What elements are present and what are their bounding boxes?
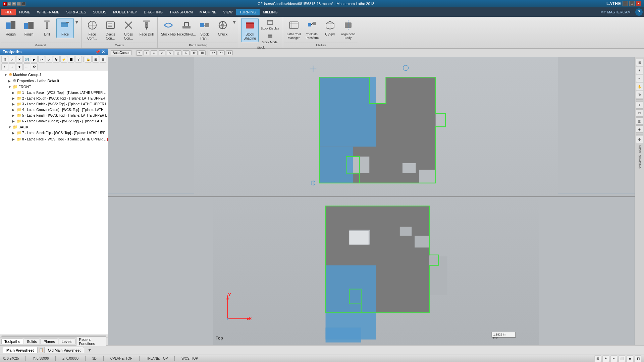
viewport[interactable]: AutoCursor ⌖ ↕ ⊙ ◁ ▷ △ ▽ ⊛ ⊞ ↩ ↪ ⊡ (108, 49, 644, 345)
tp-postprocess-button[interactable]: G (53, 56, 60, 63)
vp-btn-12[interactable]: ⊡ (226, 50, 233, 55)
rt-zoom-fit-button[interactable]: ⊞ (636, 59, 643, 66)
maximize-button[interactable]: □ (629, 1, 635, 6)
tp-extra-button[interactable]: ⚙ (31, 63, 38, 70)
rt-settings-button[interactable]: ⚙ (636, 136, 643, 143)
face-drill-button[interactable]: Face Drill (138, 18, 155, 38)
tp-backplot-button[interactable]: ⊳ (38, 56, 45, 63)
panel-tab-planes[interactable]: Planes (41, 339, 58, 344)
tab-add-button[interactable]: ▼ (86, 347, 94, 353)
menu-item-drafting[interactable]: DRAFTING (141, 9, 166, 15)
my-mastercam-button[interactable]: MY MASTERCAM (597, 9, 634, 15)
menu-item-transform[interactable]: TRANSFORM (166, 9, 196, 15)
viewport-bottom[interactable]: Y X Top 1.1825 in Inch (108, 197, 644, 346)
tab-main-viewsheet[interactable]: Main Viewsheet (3, 347, 38, 353)
rt-view-iso-button[interactable]: ◈ (636, 125, 643, 133)
panel-tab-toolpaths[interactable]: Toolpaths (1, 339, 23, 344)
status-zoom-in-button[interactable]: + (602, 355, 609, 362)
rt-view-front-button[interactable]: □ (636, 109, 643, 117)
tree-machine-group[interactable]: ▼ ⚙ Machine Group-1 (0, 72, 108, 78)
status-wireframe-button[interactable]: ⬜ (619, 355, 625, 362)
autocursor-button[interactable]: AutoCursor (111, 50, 132, 55)
rt-pan-button[interactable]: ✋ (636, 83, 643, 90)
stock-flip-button[interactable]: Stock Flip (160, 18, 177, 38)
vp-btn-7[interactable]: ▽ (183, 50, 190, 55)
tree-op-4[interactable]: ▶ 📁 4 - Lathe Groove (Chain) - [WCS: Top… (0, 107, 108, 113)
tree-op-8[interactable]: ▶ 📁 8 - Lathe Face - [WCS: Top] - [Tplan… (0, 136, 108, 142)
status-zoom-fit-button[interactable]: ⊞ (594, 355, 601, 362)
menu-item-machine[interactable]: MACHINE (196, 9, 220, 15)
tp-simulate-button[interactable]: ▷ (46, 56, 52, 63)
face-cont-button[interactable]: Face Cont... (84, 18, 101, 42)
rt-zoom-in-button[interactable]: + (636, 67, 643, 74)
rt-zoom-out-button[interactable]: − (636, 75, 643, 82)
tp-op-manager-button[interactable]: ☰ (68, 56, 74, 63)
tree-op-7[interactable]: ▶ 📁 7 - Lathe Stock Flip - [WCS: Top] - … (0, 130, 108, 136)
stock-model-button[interactable]: Stock Model (259, 32, 281, 45)
chuck-button[interactable]: Chuck (214, 18, 231, 38)
vp-btn-2[interactable]: ↕ (144, 50, 149, 55)
tp-filter-button[interactable]: ▼ (16, 63, 23, 70)
panel-tab-levels[interactable]: Levels (59, 339, 75, 344)
menu-item-file[interactable]: FILE (1, 9, 16, 15)
toolpath-transform-button[interactable]: Toolpath Transform (303, 18, 321, 42)
tp-more-button[interactable]: … (23, 63, 30, 70)
help-button[interactable]: ? (635, 8, 643, 16)
menu-item-model-prep[interactable]: MODEL PREP (110, 9, 141, 15)
cview-button[interactable]: CView (321, 18, 339, 38)
vp-btn-5[interactable]: ▷ (167, 50, 173, 55)
panel-tab-recent-functions[interactable]: Recent Functions (76, 337, 107, 346)
drill-button[interactable]: Drill (38, 18, 56, 38)
part-handling-expand-arrow[interactable]: ▼ (232, 18, 237, 25)
tree-op-2[interactable]: ▶ 📁 2 - Lathe Rough - [WCS: Top] - [Tpla… (0, 96, 108, 101)
finish-button[interactable]: Finish (20, 18, 38, 38)
menu-item-view[interactable]: VIEW (220, 9, 236, 15)
vp-btn-8[interactable]: ⊛ (191, 50, 198, 55)
tp-expand-button[interactable]: ⊞ (92, 56, 99, 63)
vp-btn-11[interactable]: ↪ (218, 50, 225, 55)
panel-tab-solids[interactable]: Solids (24, 339, 40, 344)
rt-rotate-button[interactable]: ↻ (636, 91, 643, 98)
tp-verify-button[interactable]: ▶ (31, 56, 38, 63)
tp-collapse-button[interactable]: ⊟ (100, 56, 106, 63)
viewport-top[interactable] (108, 57, 644, 197)
rt-view-side-button[interactable]: ◫ (636, 117, 643, 125)
menu-item-surfaces[interactable]: SURFACES (63, 9, 89, 15)
tp-help-button[interactable]: ? (75, 56, 82, 63)
vp-btn-10[interactable]: ↩ (210, 50, 217, 55)
status-shade-button[interactable]: ■ (627, 355, 633, 362)
align-solid-body-button[interactable]: Align Solid Body (339, 18, 357, 42)
menu-item-milling[interactable]: MILLING (260, 9, 281, 15)
stock-tran-button[interactable]: Stock Tran... (196, 18, 213, 42)
tree-op-6[interactable]: ▶ 📁 6 - Lathe Groove (Chain) - [WCS: Top… (0, 118, 108, 124)
minimize-button[interactable]: ─ (623, 1, 628, 6)
menu-item-solids[interactable]: SOLIDS (90, 9, 110, 15)
status-zoom-out-button[interactable]: − (610, 355, 617, 362)
face-button[interactable]: Face (56, 18, 74, 38)
panel-close-button[interactable]: ✕ (102, 50, 105, 54)
tree-op-3[interactable]: ▶ 📁 3 - Lathe Finish - [WCS: Top] - [Tpl… (0, 101, 108, 107)
tp-lock-button[interactable]: 🔒 (85, 56, 92, 63)
vp-btn-4[interactable]: ◁ (159, 50, 165, 55)
rough-button[interactable]: Rough (2, 18, 19, 38)
cross-con-button[interactable]: Cross Con... (120, 18, 137, 42)
tree-back-folder[interactable]: ▼ 📁 BACK (0, 124, 108, 130)
tp-down-button[interactable]: ↓ (9, 63, 15, 70)
menu-item-wireframe[interactable]: WIREFRAME (34, 9, 63, 15)
tree-properties[interactable]: ▶ ⚙ Properties - Lathe Default (0, 78, 108, 84)
general-expand-arrow[interactable]: ▼ (74, 18, 79, 25)
vp-btn-9[interactable]: ⊞ (199, 50, 206, 55)
menu-item-turning[interactable]: TURNING (236, 9, 260, 15)
tp-up-button[interactable]: ↑ (1, 63, 8, 70)
tp-regen-button[interactable]: 🔄 (23, 56, 30, 63)
close-button[interactable]: ✕ (636, 1, 641, 6)
tp-delete-button[interactable]: ✕ (16, 56, 23, 63)
tree-front-folder[interactable]: ▼ 📁 FRONT (0, 84, 108, 90)
tp-highfeed-button[interactable]: ⚡ (60, 56, 67, 63)
lathe-tool-manager-button[interactable]: Lathe Tool Manager (285, 18, 303, 42)
menu-item-home[interactable]: HOME (16, 9, 34, 15)
status-shade2-button[interactable]: ◧ (635, 355, 641, 362)
tree-op-5[interactable]: ▶ 📁 5 - Lathe Finish - [WCS: Top] - [Tpl… (0, 113, 108, 118)
stock-shading-button[interactable]: Stock Shading (241, 18, 259, 42)
vp-btn-3[interactable]: ⊙ (151, 50, 157, 55)
